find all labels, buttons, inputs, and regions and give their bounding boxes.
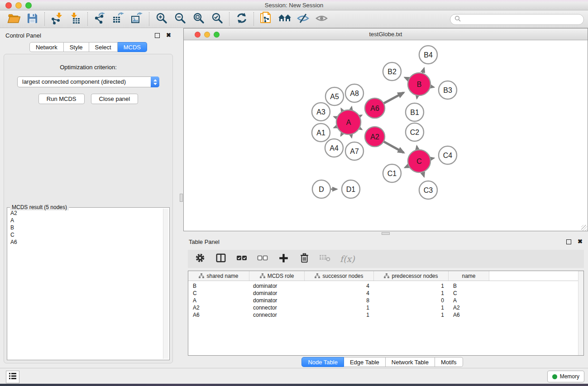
run-mcds-button[interactable]: Run MCDS (38, 94, 85, 104)
graph-edge-B-B4[interactable] (422, 68, 424, 74)
dropdown-value: largest connected component (directed) (22, 77, 126, 87)
tab-network[interactable]: Network (29, 42, 64, 52)
export-table-button[interactable] (109, 11, 128, 27)
create-column-button[interactable] (277, 253, 289, 265)
zoom-traffic-light[interactable] (25, 2, 32, 9)
mcds-result-item[interactable]: A (8, 217, 163, 224)
graph-edge-B-B2[interactable] (405, 77, 409, 79)
graph-edge-B-B3[interactable] (430, 86, 434, 87)
graph-edge-A2-C[interactable] (383, 142, 404, 153)
search-box[interactable] (450, 14, 584, 25)
graph-edge-A6-B[interactable] (383, 93, 403, 104)
mcds-result-item[interactable]: A6 (8, 238, 163, 246)
vertical-split-handle[interactable] (180, 194, 183, 202)
mcds-result-item[interactable]: A2 (8, 210, 163, 217)
mcds-result-item[interactable]: B (8, 224, 163, 231)
select-all-icon (236, 252, 248, 266)
task-history-button[interactable] (6, 371, 19, 383)
float-panel-icon[interactable] (566, 239, 571, 244)
save-button[interactable] (23, 11, 42, 27)
home-button[interactable] (275, 11, 294, 27)
table-tabs-row: Node Table Edge Table Network Table Moti… (177, 357, 588, 367)
mcds-result-box: MCDS result (5 nodes) A2ABCA6 (7, 207, 170, 360)
column-header-shared-name[interactable]: shared name (188, 271, 249, 281)
delete-table-button[interactable] (319, 253, 331, 265)
resize-grip[interactable] (581, 225, 587, 231)
tab-mcds[interactable]: MCDS (118, 42, 147, 52)
table-cell: A2 (449, 304, 489, 311)
toolbar-separator (149, 12, 149, 26)
hide-details-button[interactable] (294, 11, 312, 27)
table-row[interactable]: A6connector11A6 (188, 311, 583, 319)
list-icon (9, 372, 17, 381)
zoom-traffic-light[interactable] (214, 32, 220, 38)
open-button[interactable] (5, 11, 23, 27)
select-all-button[interactable] (236, 253, 248, 265)
graph-edge-C-C2[interactable] (417, 146, 417, 150)
network-graph[interactable]: AA6A2BCA5A8A3A1A4A7B2B4B3B1C2C4C1C3DD1 (184, 40, 588, 231)
tab-node-table[interactable]: Node Table (301, 357, 344, 367)
float-panel-icon[interactable] (155, 33, 160, 38)
tab-style[interactable]: Style (64, 42, 89, 52)
tab-motifs[interactable]: Motifs (435, 357, 463, 367)
delete-columns-button[interactable] (298, 253, 310, 265)
table-tabs: Node Table Edge Table Network Table Moti… (301, 357, 463, 367)
function-builder-button[interactable]: f(x) (340, 253, 355, 265)
close-traffic-light[interactable] (5, 2, 12, 9)
graph-edge-C-C1[interactable] (405, 166, 409, 167)
search-input[interactable] (461, 15, 583, 24)
horizontal-split-handle[interactable] (382, 232, 390, 235)
table-row[interactable]: Bdominator41B (188, 282, 583, 290)
close-panel-button[interactable]: Close panel (91, 94, 139, 104)
show-details-button[interactable] (312, 11, 331, 27)
column-header-successor-nodes[interactable]: successor nodes (305, 271, 374, 281)
network-canvas[interactable]: AA6A2BCA5A8A3A1A4A7B2B4B3B1C2C4C1C3DD1 (184, 40, 588, 231)
network-window-titlebar[interactable]: testGlobe.txt (184, 29, 588, 40)
close-panel-icon[interactable]: ✖ (166, 33, 171, 38)
tab-edge-table[interactable]: Edge Table (344, 357, 386, 367)
table-scrollbar[interactable] (578, 271, 583, 355)
split-panel-button[interactable] (215, 253, 227, 265)
import-network-icon (51, 12, 63, 26)
control-panel-title: Control Panel (5, 32, 155, 39)
table-cell: A6 (188, 311, 249, 319)
export-network-button[interactable] (91, 11, 109, 27)
minimize-traffic-light[interactable] (15, 2, 22, 9)
import-network-button[interactable] (48, 11, 66, 27)
graph-edge-C-C4[interactable] (430, 158, 434, 159)
table-panel: Table Panel ✖ f(x) shared name MCDS role… (177, 235, 588, 368)
table-row[interactable]: A2connector11A2 (188, 304, 583, 311)
zoom-in-button[interactable] (152, 11, 171, 27)
refresh-button[interactable] (232, 11, 251, 27)
deselect-all-icon (257, 252, 268, 266)
mcds-result-item[interactable]: C (8, 231, 163, 238)
tab-select[interactable]: Select (89, 42, 118, 52)
optimization-criterion-dropdown[interactable]: largest connected component (directed) (17, 76, 159, 87)
table-row[interactable]: Adominator80A (188, 297, 583, 304)
mcds-result-scrollbar[interactable] (163, 209, 168, 359)
close-traffic-light[interactable] (195, 32, 201, 38)
table-body: Bdominator41BCdominator41CAdominator80AA… (188, 281, 583, 319)
close-panel-icon[interactable]: ✖ (578, 239, 583, 244)
tab-network-table[interactable]: Network Table (386, 357, 435, 367)
column-header-predecessor-nodes[interactable]: predecessor nodes (374, 271, 449, 281)
graph-edge-C-C3[interactable] (423, 172, 424, 177)
table-settings-button[interactable] (194, 253, 206, 265)
minimize-traffic-light[interactable] (204, 32, 210, 38)
table-cell: 1 (374, 282, 449, 290)
memory-button[interactable]: Memory (547, 371, 584, 382)
mcds-buttons: Run MCDS Close panel (4, 94, 172, 104)
graph-node-label: B3 (443, 86, 452, 94)
clone-network-button[interactable] (257, 11, 275, 27)
zoom-selected-button[interactable] (208, 11, 226, 27)
mcds-result-list[interactable]: A2ABCA6 (8, 210, 163, 359)
column-header-mcds-role[interactable]: MCDS role (249, 271, 305, 281)
zoom-out-button[interactable] (171, 11, 189, 27)
trash-icon (299, 253, 310, 265)
column-header-name[interactable]: name (449, 271, 489, 281)
deselect-all-button[interactable] (257, 253, 268, 265)
export-image-button[interactable] (128, 11, 146, 27)
table-row[interactable]: Cdominator41C (188, 290, 583, 297)
import-table-button[interactable] (66, 11, 85, 27)
zoom-fit-button[interactable] (189, 11, 208, 27)
